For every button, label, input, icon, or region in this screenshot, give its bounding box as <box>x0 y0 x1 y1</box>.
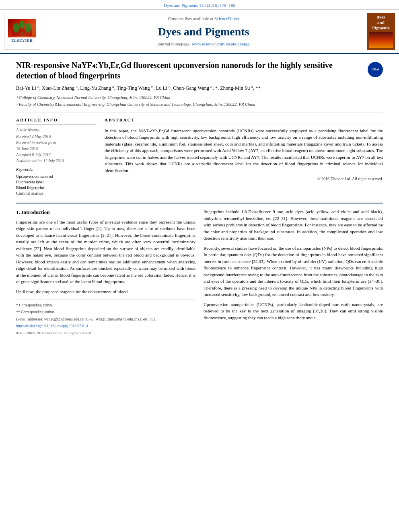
left-para-1: Fingerprints are one of the most useful … <box>16 219 195 285</box>
left-para-2: Until now, the proposed reagents for the… <box>16 288 195 295</box>
doi-link[interactable]: http://dx.doi.org/10.1016/j.dyepig.2016.… <box>16 324 88 328</box>
abstract-text: In this paper, the NaYF₄:Yb,Er,Gd fluore… <box>105 127 383 174</box>
affiliation-a: ᵃ College of Chemistry, Northeast Normal… <box>16 95 383 101</box>
journal-title: Dyes and Pigments <box>158 24 249 39</box>
journal-header: ELSEVIER Contents lists available at Sci… <box>0 10 399 54</box>
body-left-text: Fingerprints are one of the most useful … <box>16 219 195 295</box>
affiliations: ᵃ College of Chemistry, Northeast Normal… <box>16 95 383 107</box>
footnotes: * Corresponding author. ** Corresponding… <box>16 300 195 336</box>
authors-line: Bai-Yu Li ᵃ, Xiao-Lin Zhang ᵃ, Ling-Yu Z… <box>16 85 383 92</box>
article-title-section: NIR-responsive NaYF₄:Yb,Er,Gd fluorescen… <box>16 60 383 81</box>
elsevier-logo: ELSEVIER <box>4 13 40 50</box>
body-right-col: fingerprints include 1,8-Diazafluoren-9-… <box>204 208 383 337</box>
elsevier-label: ELSEVIER <box>11 38 33 43</box>
header-center: Contents lists available at ScienceDirec… <box>44 13 363 50</box>
title-text: NIR-responsive NaYF₄:Yb,Er,Gd fluorescen… <box>16 61 333 80</box>
footnote-2: ** Corresponding author. <box>16 309 195 315</box>
journal-thumb-image <box>369 32 393 48</box>
crossmark-badge: CHat <box>368 62 383 77</box>
svg-point-1 <box>13 23 19 33</box>
authors-text: Bai-Yu Li ᵃ, Xiao-Lin Zhang ᵃ, Ling-Yu Z… <box>16 85 261 91</box>
article-info-heading: ARTICLE INFO <box>16 117 97 125</box>
keywords-section: Keywords: Upconversion nanorod Fluoresce… <box>16 167 97 196</box>
right-para-1: fingerprints include 1,8-Diazafluoren-9-… <box>204 208 383 242</box>
right-para-3: Upconversion nanoparticles (UCNPs), part… <box>204 301 383 321</box>
journal-reference: Dyes and Pigments 134 (2016) 178–185 <box>0 0 399 10</box>
issn-line: 0143-7208/© 2016 Elsevier Ltd. All right… <box>16 331 195 336</box>
body-right-text: fingerprints include 1,8-Diazafluoren-9-… <box>204 208 383 321</box>
received-date: Received 4 May 2016 <box>16 134 97 140</box>
info-abstract-section: ARTICLE INFO Article history: Received 4… <box>16 113 383 196</box>
abstract-col: ABSTRACT In this paper, the NaYF₄:Yb,Er,… <box>105 117 383 196</box>
article-title-text: NIR-responsive NaYF₄:Yb,Er,Gd fluorescen… <box>16 60 364 81</box>
section1-heading: 1. Introduction <box>16 208 195 216</box>
abstract-heading: ABSTRACT <box>105 117 383 125</box>
main-content: NIR-responsive NaYF₄:Yb,Er,Gd fluorescen… <box>0 54 399 343</box>
body-left-col: 1. Introduction Fingerprints are one of … <box>16 208 195 337</box>
svg-point-2 <box>20 21 25 29</box>
right-para-2: Recently, several studies have focused o… <box>204 245 383 298</box>
copyright-notice: © 2016 Elsevier Ltd. All rights reserved… <box>105 176 383 182</box>
journal-ref-text: Dyes and Pigments 134 (2016) 178–185 <box>164 3 235 8</box>
article-info-col: ARTICLE INFO Article history: Received 4… <box>16 117 97 196</box>
journal-homepage: journal homepage: www.elsevier.com/locat… <box>158 41 249 47</box>
keyword-3: Blood fingerprint <box>16 185 97 191</box>
science-direct-label: Contents lists available at ScienceDirec… <box>168 16 239 22</box>
science-direct-link[interactable]: ScienceDirect <box>214 16 239 21</box>
keyword-1: Upconversion nanorod <box>16 174 97 179</box>
revised-label: Received in revised form <box>16 140 97 146</box>
keywords-label: Keywords: <box>16 167 97 173</box>
body-section: 1. Introduction Fingerprints are one of … <box>16 208 383 337</box>
accepted-date: Accepted 8 July 2016 <box>16 152 97 158</box>
affiliation-b: ᵇ Faculty of Chemistry&Environmental Eng… <box>16 102 383 108</box>
svg-rect-4 <box>21 32 23 36</box>
history-label: Article history: <box>16 127 97 133</box>
section-divider <box>16 203 383 203</box>
footnote-emails: E-mail addresses: wangcg925@nenu.edu.cn … <box>16 316 195 322</box>
keyword-2: Fluorescent label <box>16 179 97 185</box>
svg-point-3 <box>25 23 31 33</box>
revised-date: 16 June 2016 <box>16 146 97 152</box>
footnote-1: * Corresponding author. <box>16 302 195 308</box>
journal-thumbnail: dyes and Pigments <box>367 13 395 50</box>
article-history: Article history: Received 4 May 2016 Rec… <box>16 127 97 164</box>
online-date: Available online 11 July 2016 <box>16 158 97 164</box>
elsevier-logo-image <box>8 19 36 37</box>
keyword-4: Criminal science <box>16 191 97 196</box>
journal-homepage-link[interactable]: www.elsevier.com/locate/dyepig <box>192 41 249 46</box>
